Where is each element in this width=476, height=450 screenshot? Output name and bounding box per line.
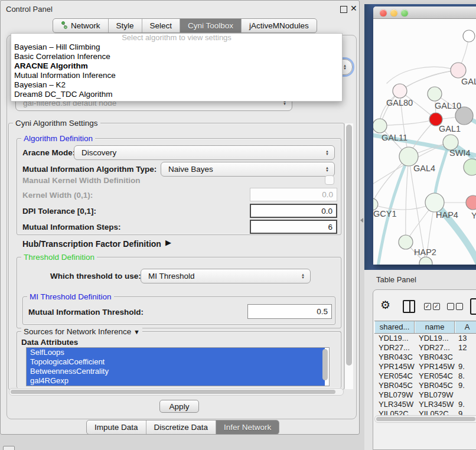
table-row[interactable]: YER054CYER054C8. [374,371,476,381]
attributes-list-scrollbar[interactable] [322,349,328,380]
tab-discretize-data[interactable]: Discretize Data [146,420,216,434]
table-horizontal-scrollbar[interactable] [374,415,476,423]
network-window-titlebar[interactable] [373,6,476,19]
mi-steps-value: 6 [328,223,332,231]
tab-network[interactable]: Network [53,19,108,32]
attribute-item[interactable]: BetweennessCentrality [27,367,325,376]
mi-algorithm-type-label: Mutual Information Algorithm Type: [22,165,157,174]
network-node-hap2[interactable] [399,235,413,249]
table-horizontal-thumb[interactable] [376,417,475,421]
attribute-item[interactable]: gal4RGexp [27,376,325,386]
threshold-definition-title: Threshold Definition [21,253,97,262]
control-panel-tabbar: Network Style Select Cyni Toolbox jActiv… [53,18,317,33]
algorithm-option[interactable]: Mutual Information Inference [11,71,342,80]
attribute-item[interactable]: TopologicalCoefficient [27,357,325,367]
tab-impute-data[interactable]: Impute Data [87,420,146,434]
network-view-window: GALGAL80GAL10GAL1GAL11GAL4SWI4GCY1HAP4YH… [373,6,476,265]
mi-algorithm-type-combo[interactable]: Naive Bayes ▲▼ [161,162,335,177]
attribute-item[interactable]: SelfLoops [27,348,325,357]
network-node-y[interactable] [466,195,476,210]
network-node-gal10[interactable] [428,87,442,101]
apply-button-label: Apply [169,402,190,411]
manual-kernel-checkbox[interactable] [325,175,334,185]
network-node-hap4[interactable] [425,193,444,212]
which-threshold-value: MI Threshold [148,272,195,281]
table-row[interactable]: YIL052CYIL052C9 [374,409,476,415]
cyni-bottom-tabbar: Impute Data Discretize Data Infer Networ… [86,420,279,435]
table-row[interactable]: YBL079WYBL079W [374,390,476,400]
hub-expand-icon[interactable]: ▶ [165,238,171,247]
table-row[interactable]: YBR045CYBR045C9. [374,381,476,390]
apply-button[interactable]: Apply [159,400,199,413]
column-header[interactable]: shared... [374,321,415,333]
combo-arrows-icon: ▲▼ [301,273,305,279]
mi-algorithm-type-value: Naive Bayes [168,165,213,174]
network-node[interactable] [419,257,432,265]
mi-steps-field[interactable]: 6 [250,220,337,234]
network-edge[interactable] [406,156,409,242]
table-row[interactable]: YLR345WYLR345W9. [374,400,476,409]
network-edge[interactable] [380,119,436,126]
split-pane-handle[interactable] [360,218,363,223]
network-icon [61,21,68,31]
network-node-gal[interactable] [451,63,466,78]
float-panel-icon[interactable] [340,6,347,13]
network-node-gcy1[interactable] [373,198,378,210]
close-traffic-light[interactable] [380,9,387,17]
dpi-tolerance-value: 0.0 [321,207,332,216]
mi-threshold-group-title: MI Threshold Definition [27,292,114,301]
close-icon[interactable]: ✕ [350,4,357,13]
table-row[interactable]: YDR27...YDR27...12 [374,343,476,353]
table-row[interactable]: YDL19...YDL19...13 [374,334,476,343]
tab-infer-network[interactable]: Infer Network [216,420,279,434]
combo-arrows-icon: ▲▼ [325,167,329,172]
algorithm-option[interactable]: Bayesian – Hill Climbing [11,43,342,52]
minimize-traffic-light[interactable] [390,9,397,17]
algorithm-option[interactable]: Basic Correlation Inference [11,52,342,61]
select-all-columns-icon[interactable]: ✓✓ [424,303,440,310]
data-attributes-list[interactable]: SelfLoops TopologicalCoefficient Between… [26,347,330,386]
algorithm-option[interactable]: Dream8 DC_TDC Algorithm [11,90,342,99]
tab-label: jActiveMNodules [249,21,309,30]
zoom-traffic-light[interactable] [401,9,408,17]
algorithm-option[interactable]: Bayesian – K2 [11,80,342,90]
application-root: Control Panel ✕ Network Style Select Cyn… [0,0,476,450]
gear-icon[interactable]: ⚙ [380,300,390,311]
tab-select[interactable]: Select [142,19,180,32]
network-node-gal11[interactable] [373,119,387,133]
aracne-mode-combo[interactable]: Discovery ▲▼ [74,145,335,160]
table-row[interactable]: YPR145WYPR145W9. [374,362,476,371]
settings-horizontal-thumb[interactable] [11,390,335,394]
deselect-all-columns-icon[interactable] [447,303,463,310]
network-edge[interactable] [435,149,447,198]
column-header[interactable]: A [455,321,476,333]
network-node[interactable] [463,30,475,42]
algorithm-prompt: Select algorithm to view settings [11,34,342,43]
dpi-tolerance-field[interactable]: 0.0 [250,204,337,218]
settings-vertical-scrollbar[interactable] [344,123,353,389]
which-threshold-combo[interactable]: MI Threshold ▲▼ [141,269,311,283]
network-edge[interactable] [387,67,458,83]
columns-icon[interactable] [403,300,415,313]
settings-vertical-thumb[interactable] [346,125,352,366]
network-svg[interactable]: GALGAL80GAL10GAL1GAL11GAL4SWI4GCY1HAP4YH… [373,19,476,265]
mi-threshold-field[interactable]: 0.5 [247,304,332,319]
tab-label: Infer Network [224,423,271,432]
tab-label: Select [150,21,172,30]
tab-cyni-toolbox[interactable]: Cyni Toolbox [180,19,241,32]
network-node[interactable] [464,159,476,175]
new-table-icon[interactable] [470,298,476,315]
network-node-gal80[interactable] [393,84,407,98]
sources-collapse-icon[interactable]: ▼ [133,328,140,335]
sources-title-text: Sources for Network Inference [24,327,131,336]
tab-jactivemnodules[interactable]: jActiveMNodules [241,19,317,32]
algorithm-option-selected[interactable]: ARACNE Algorithm [11,61,342,71]
tab-style[interactable]: Style [108,19,142,32]
column-header[interactable]: name [415,321,455,333]
kernel-width-field[interactable]: 0.0 [250,188,337,201]
table-row[interactable]: YBR043CYBR043C [374,353,476,362]
network-edge[interactable] [400,70,458,91]
settings-horizontal-scrollbar[interactable] [9,388,344,396]
minimized-panel-icon[interactable] [3,446,15,450]
dpi-tolerance-label: DPI Tolerance [0,1]: [22,207,96,216]
